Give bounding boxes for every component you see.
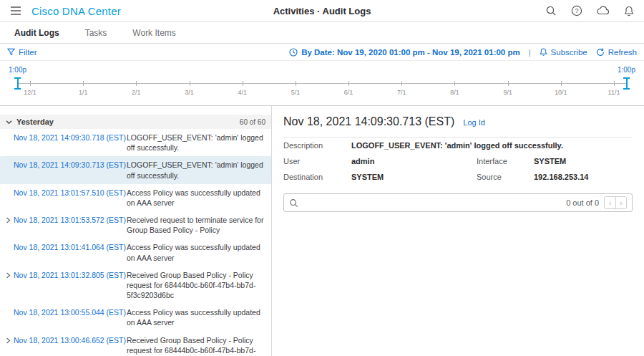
filter-icon: [7, 48, 15, 56]
log-row[interactable]: Nov 18, 2021 13:01:32.805 (EST)Received …: [0, 266, 271, 304]
timeline-axis[interactable]: 12/11/12/13/14/15/16/17/18/19/110/111/1: [18, 83, 626, 100]
next-page-icon[interactable]: ›: [615, 197, 626, 208]
tab-tasks[interactable]: Tasks: [72, 22, 120, 43]
timeline-tick: [83, 81, 84, 86]
log-timestamp[interactable]: Nov 18, 2021 13:01:53.572 (EST): [14, 215, 121, 225]
tab-work-items[interactable]: Work Items: [119, 22, 188, 43]
log-timestamp[interactable]: Nov 18, 2021 13:01:41.064 (EST): [14, 242, 121, 252]
timeline-tick: [454, 81, 455, 86]
detail-search-input[interactable]: [303, 198, 561, 208]
log-timestamp[interactable]: Nov 18, 2021 14:09:30.713 (EST): [14, 160, 121, 170]
timeline-tick-label: 11/1: [608, 89, 620, 96]
log-row[interactable]: Nov 18, 2021 13:00:46.652 (EST)Received …: [0, 332, 271, 356]
chevron-right-icon[interactable]: [3, 270, 14, 279]
log-row[interactable]: Nov 18, 2021 13:01:41.064 (EST)Access Po…: [0, 239, 271, 266]
log-description: Received Group Based Policy - Policy req…: [121, 270, 265, 301]
timeline-tick: [190, 81, 190, 86]
log-timestamp[interactable]: Nov 18, 2021 13:00:46.652 (EST): [14, 335, 121, 345]
log-row[interactable]: Nov 18, 2021 13:00:55.044 (EST)Access Po…: [0, 304, 271, 331]
timeline-tick-label: 9/1: [503, 89, 512, 96]
detail-fields: Description LOGOFF_USER_EVENT: 'admin' l…: [283, 137, 633, 185]
timeline-tick: [243, 81, 243, 86]
search-pager: ‹ ›: [604, 196, 627, 209]
prev-page-icon[interactable]: ‹: [605, 197, 615, 208]
refresh-icon: [596, 48, 605, 57]
field-label-interface: Interface: [477, 153, 534, 169]
timeline-tick: [296, 81, 296, 86]
log-timestamp[interactable]: Nov 18, 2021 13:00:55.044 (EST): [14, 307, 121, 317]
log-detail-panel: Nov 18, 2021 14:09:30.713 (EST) Log Id D…: [272, 106, 644, 356]
log-id-link[interactable]: Log Id: [463, 118, 485, 127]
subscribe-button[interactable]: Subscribe: [540, 47, 587, 57]
filter-button[interactable]: Filter: [7, 48, 37, 57]
timeline-handle-start[interactable]: [14, 77, 21, 90]
tab-bar: Audit Logs Tasks Work Items: [0, 22, 644, 44]
timeline-tick: [30, 81, 31, 86]
log-row[interactable]: Nov 18, 2021 13:01:57.510 (EST)Access Po…: [0, 184, 271, 211]
timeline-tick-label: 6/1: [344, 89, 353, 96]
chevron-right-icon[interactable]: [3, 215, 14, 223]
filter-label: Filter: [19, 48, 37, 57]
cloud-icon[interactable]: [597, 6, 610, 16]
chevron-spacer: [3, 160, 14, 162]
log-row[interactable]: Nov 18, 2021 14:09:30.718 (EST)LOGOFF_US…: [0, 129, 271, 156]
log-description: LOGOFF_USER_EVENT: 'admin' logged off su…: [121, 133, 265, 153]
refresh-label: Refresh: [608, 48, 637, 57]
log-list-panel: Yesterday 60 of 60 Nov 18, 2021 14:09:30…: [0, 106, 272, 356]
log-timestamp[interactable]: Nov 18, 2021 13:01:57.510 (EST): [14, 188, 121, 198]
timeline-tick-label: 7/1: [397, 89, 406, 96]
chevron-spacer: [3, 133, 14, 135]
bell-icon: [540, 47, 547, 57]
group-header-yesterday[interactable]: Yesterday 60 of 60: [0, 115, 271, 129]
timeline-handle-end[interactable]: [623, 77, 630, 90]
brand-logo[interactable]: Cisco DNA Center: [31, 5, 121, 17]
chevron-down-icon: [6, 119, 12, 125]
field-label-destination: Destination: [283, 169, 351, 185]
notifications-icon[interactable]: [624, 6, 634, 16]
log-row[interactable]: Nov 18, 2021 13:01:53.572 (EST)Received …: [0, 211, 271, 239]
chevron-spacer: [3, 188, 14, 190]
timeline-tick: [401, 81, 402, 86]
field-value-description: LOGOFF_USER_EVENT: 'admin' logged off su…: [351, 138, 633, 153]
filter-bar: Filter By Date: Nov 19, 2020 01:00 pm - …: [0, 44, 644, 61]
field-label-description: Description: [283, 138, 351, 153]
svg-text:?: ?: [575, 7, 578, 14]
page-title: Activities · Audit Logs: [273, 6, 371, 16]
field-value-user: admin: [351, 153, 477, 169]
date-range-button[interactable]: By Date: Nov 19, 2020 01:00 pm - Nov 19,…: [289, 48, 520, 57]
refresh-button[interactable]: Refresh: [596, 48, 637, 57]
timeline-tick: [136, 81, 137, 86]
app-header: Cisco DNA Center Activities · Audit Logs…: [0, 0, 644, 22]
timeline-tick-label: 5/1: [291, 89, 301, 96]
timeline-tick-label: 3/1: [185, 89, 194, 96]
search-result-count: 0 out of 0: [566, 198, 599, 207]
filter-bar-actions: By Date: Nov 19, 2020 01:00 pm - Nov 19,…: [289, 47, 637, 57]
log-timestamp[interactable]: Nov 18, 2021 14:09:30.718 (EST): [14, 133, 121, 143]
help-icon[interactable]: ?: [571, 5, 582, 16]
timeline-tick: [348, 81, 349, 86]
timeline-tick-label: 8/1: [450, 89, 459, 96]
chevron-spacer: [3, 307, 14, 309]
field-value-destination: SYSTEM: [351, 169, 477, 185]
log-count: 60 of 60: [240, 118, 265, 126]
log-timestamp[interactable]: Nov 18, 2021 13:01:32.805 (EST): [14, 270, 121, 280]
log-description: Access Policy was successfully updated o…: [121, 242, 265, 262]
timeline-tick-label: 12/1: [24, 89, 36, 96]
chevron-spacer: [3, 242, 14, 244]
log-description: Access Policy was successfully updated o…: [121, 188, 265, 208]
field-label-source: Source: [477, 169, 534, 185]
detail-title: Nov 18, 2021 14:09:30.713 (EST): [283, 115, 454, 128]
dna-center-app: Cisco DNA Center Activities · Audit Logs…: [0, 0, 644, 356]
search-icon[interactable]: [545, 5, 557, 16]
group-label: Yesterday: [16, 117, 54, 126]
subscribe-label: Subscribe: [551, 48, 587, 57]
topbar-icons: ?: [545, 5, 634, 16]
menu-icon[interactable]: [10, 6, 21, 16]
tab-audit-logs[interactable]: Audit Logs: [1, 22, 72, 43]
log-list: Nov 18, 2021 14:09:30.718 (EST)LOGOFF_US…: [0, 129, 271, 356]
log-row[interactable]: Nov 18, 2021 14:09:30.713 (EST)LOGOFF_US…: [0, 156, 271, 183]
chevron-right-icon[interactable]: [3, 335, 14, 344]
timeline-track: [18, 83, 626, 84]
log-description: Received request to terminate service fo…: [121, 215, 265, 235]
detail-title-row: Nov 18, 2021 14:09:30.713 (EST) Log Id: [283, 115, 633, 128]
